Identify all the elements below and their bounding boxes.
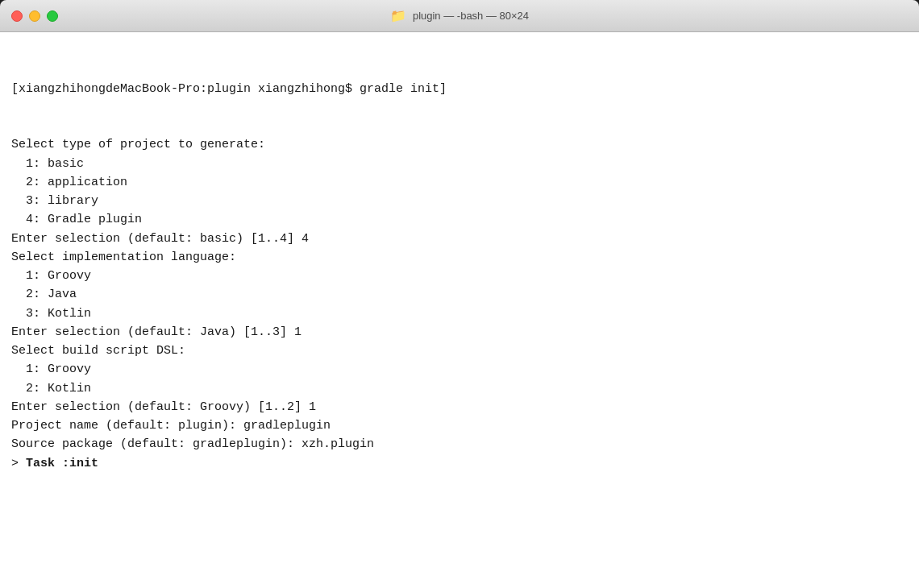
terminal-line: Project name (default: plugin): gradlepl… [11, 416, 908, 435]
terminal-line: 1: basic [11, 155, 908, 173]
prompt-line: [xiangzhihongdeMacBook-Pro:plugin xiangz… [11, 80, 908, 98]
terminal-line: 4: Gradle plugin [11, 210, 908, 229]
terminal-line: Select implementation language: [11, 248, 908, 267]
terminal-line: Source package (default: gradleplugin): … [11, 435, 908, 453]
title-bar: 📁 plugin — -bash — 80×24 [0, 0, 919, 32]
terminal-line: > Task :init [11, 454, 908, 473]
title-bar-text: 📁 plugin — -bash — 80×24 [390, 8, 529, 23]
window-title: plugin — -bash — 80×24 [413, 10, 529, 22]
maximize-button[interactable] [47, 10, 58, 22]
terminal-line: Enter selection (default: Groovy) [1..2]… [11, 398, 908, 416]
terminal-body[interactable]: [xiangzhihongdeMacBook-Pro:plugin xiangz… [0, 32, 919, 588]
terminal-line: Select type of project to generate: [11, 135, 908, 154]
terminal-line: 3: library [11, 192, 908, 210]
terminal-output: Select type of project to generate: 1: b… [11, 135, 908, 473]
terminal-line: 2: application [11, 173, 908, 192]
terminal-line: 1: Groovy [11, 360, 908, 379]
terminal-line: 2: Kotlin [11, 379, 908, 398]
folder-icon: 📁 [390, 8, 406, 23]
window-controls [11, 10, 58, 22]
terminal-line: Select build script DSL: [11, 342, 908, 360]
terminal-line: Enter selection (default: Java) [1..3] 1 [11, 323, 908, 342]
terminal-line: Enter selection (default: basic) [1..4] … [11, 230, 908, 248]
terminal-line: 3: Kotlin [11, 304, 908, 323]
terminal-content: [xiangzhihongdeMacBook-Pro:plugin xiangz… [11, 42, 908, 510]
terminal-line: 1: Groovy [11, 267, 908, 285]
minimize-button[interactable] [29, 10, 40, 22]
terminal-line: 2: Java [11, 285, 908, 304]
close-button[interactable] [11, 10, 23, 22]
